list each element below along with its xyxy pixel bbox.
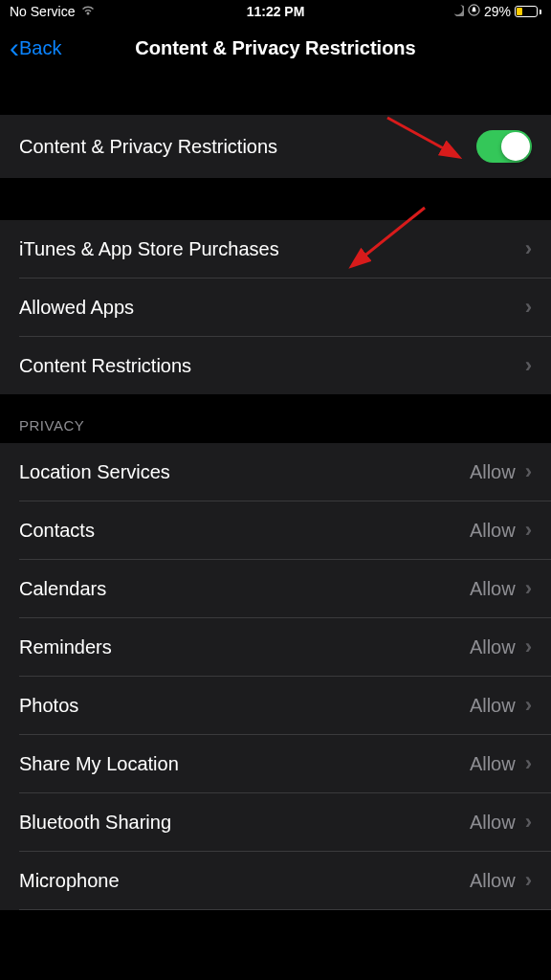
- row-label: Calendars: [19, 578, 106, 600]
- chevron-right-icon: ›: [525, 518, 532, 543]
- row-value: Allow: [470, 753, 516, 775]
- chevron-right-icon: ›: [525, 635, 532, 659]
- chevron-right-icon: ›: [525, 353, 532, 378]
- row-right: Allow ›: [470, 459, 532, 484]
- row-value: Allow: [470, 870, 516, 892]
- location-services-row[interactable]: Location Services Allow ›: [0, 443, 551, 501]
- chevron-right-icon: ›: [525, 693, 532, 718]
- row-label: Bluetooth Sharing: [19, 812, 171, 834]
- chevron-right-icon: ›: [525, 810, 532, 835]
- row-right: Allow ›: [470, 751, 532, 776]
- privacy-section-header: PRIVACY: [0, 394, 551, 443]
- chevron-right-icon: ›: [525, 751, 532, 776]
- chevron-right-icon: ›: [525, 576, 532, 601]
- battery-icon: [515, 6, 541, 17]
- row-label: Location Services: [19, 461, 170, 483]
- calendars-row[interactable]: Calendars Allow ›: [0, 560, 551, 617]
- row-value: Allow: [470, 636, 516, 658]
- row-label: Contacts: [19, 520, 95, 542]
- status-time: 11:22 PM: [247, 4, 305, 19]
- page-title: Content & Privacy Restrictions: [135, 37, 415, 59]
- row-label: Reminders: [19, 636, 112, 658]
- row-right: Allow ›: [470, 635, 532, 659]
- wifi-icon: [80, 4, 96, 19]
- itunes-purchases-row[interactable]: iTunes & App Store Purchases ›: [0, 220, 551, 278]
- battery-percent: 29%: [484, 4, 511, 19]
- row-value: Allow: [470, 520, 516, 542]
- chevron-right-icon: ›: [525, 459, 532, 484]
- chevron-left-icon: ‹: [10, 33, 19, 62]
- status-bar: No Service 11:22 PM 29%: [0, 0, 551, 23]
- content-restrictions-row[interactable]: Content Restrictions ›: [0, 337, 551, 394]
- chevron-right-icon: ›: [525, 295, 532, 320]
- toggle-knob: [501, 132, 530, 161]
- row-right: Allow ›: [470, 518, 532, 543]
- spacer: [0, 178, 551, 220]
- navigation-bar: ‹ Back Content & Privacy Restrictions: [0, 23, 551, 73]
- chevron-right-icon: ›: [525, 868, 532, 893]
- divider: [19, 909, 551, 910]
- back-label: Back: [19, 37, 61, 59]
- restrictions-toggle-group: Content & Privacy Restrictions: [0, 115, 551, 178]
- share-location-row[interactable]: Share My Location Allow ›: [0, 735, 551, 792]
- row-label: Allowed Apps: [19, 297, 134, 319]
- status-left: No Service: [10, 4, 96, 19]
- privacy-group: Location Services Allow › Contacts Allow…: [0, 443, 551, 910]
- restrictions-toggle-row[interactable]: Content & Privacy Restrictions: [0, 115, 551, 178]
- photos-row[interactable]: Photos Allow ›: [0, 677, 551, 734]
- reminders-row[interactable]: Reminders Allow ›: [0, 618, 551, 676]
- chevron-right-icon: ›: [525, 236, 532, 261]
- contacts-row[interactable]: Contacts Allow ›: [0, 501, 551, 559]
- allowed-apps-row[interactable]: Allowed Apps ›: [0, 278, 551, 336]
- restrictions-nav-group: iTunes & App Store Purchases › Allowed A…: [0, 220, 551, 394]
- row-right: Allow ›: [470, 868, 532, 893]
- bluetooth-sharing-row[interactable]: Bluetooth Sharing Allow ›: [0, 793, 551, 851]
- row-value: Allow: [470, 578, 516, 600]
- row-value: Allow: [470, 812, 516, 834]
- spacer: [0, 73, 551, 115]
- row-label: Share My Location: [19, 753, 179, 775]
- row-label: Microphone: [19, 870, 120, 892]
- restrictions-toggle[interactable]: [476, 130, 532, 163]
- rotation-lock-icon: [468, 4, 480, 19]
- status-right: 29%: [452, 4, 541, 19]
- row-label: Photos: [19, 695, 78, 717]
- row-label: Content Restrictions: [19, 355, 191, 377]
- row-right: Allow ›: [470, 810, 532, 835]
- restrictions-toggle-label: Content & Privacy Restrictions: [19, 136, 277, 158]
- microphone-row[interactable]: Microphone Allow ›: [0, 852, 551, 909]
- carrier-text: No Service: [10, 4, 75, 19]
- row-label: iTunes & App Store Purchases: [19, 238, 279, 260]
- row-right: Allow ›: [470, 693, 532, 718]
- back-button[interactable]: ‹ Back: [10, 33, 61, 62]
- row-value: Allow: [470, 461, 516, 483]
- dnd-moon-icon: [452, 4, 464, 19]
- row-right: Allow ›: [470, 576, 532, 601]
- row-value: Allow: [470, 695, 516, 717]
